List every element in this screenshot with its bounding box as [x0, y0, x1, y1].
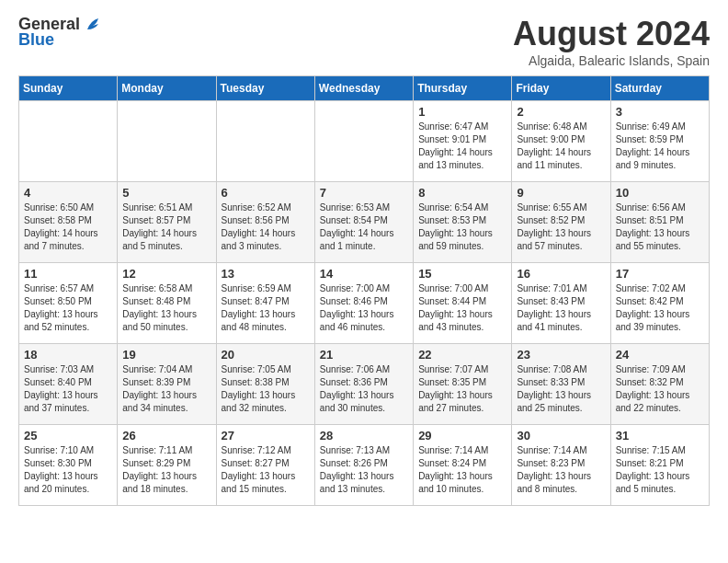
- calendar-cell: 24Sunrise: 7:09 AM Sunset: 8:32 PM Dayli…: [610, 344, 709, 425]
- calendar-week-row: 1Sunrise: 6:47 AM Sunset: 9:01 PM Daylig…: [19, 101, 710, 182]
- calendar-cell: 11Sunrise: 6:57 AM Sunset: 8:50 PM Dayli…: [19, 263, 118, 344]
- cell-content: Sunrise: 6:49 AM Sunset: 8:59 PM Dayligh…: [616, 121, 704, 172]
- day-number: 25: [24, 429, 112, 442]
- cell-content: Sunrise: 7:15 AM Sunset: 8:21 PM Dayligh…: [616, 444, 704, 496]
- day-number: 11: [24, 267, 112, 281]
- header-wednesday: Wednesday: [314, 76, 413, 101]
- cell-content: Sunrise: 7:08 AM Sunset: 8:33 PM Dayligh…: [517, 363, 605, 415]
- cell-content: Sunrise: 7:10 AM Sunset: 8:30 PM Dayligh…: [24, 444, 112, 496]
- cell-content: Sunrise: 7:01 AM Sunset: 8:43 PM Dayligh…: [517, 282, 605, 334]
- calendar-cell: 27Sunrise: 7:12 AM Sunset: 8:27 PM Dayli…: [216, 425, 314, 506]
- calendar-cell: 14Sunrise: 7:00 AM Sunset: 8:46 PM Dayli…: [314, 263, 413, 344]
- day-number: 19: [122, 348, 210, 362]
- cell-content: Sunrise: 6:48 AM Sunset: 9:00 PM Dayligh…: [517, 121, 605, 172]
- day-number: 20: [222, 348, 310, 362]
- cell-content: Sunrise: 7:00 AM Sunset: 8:44 PM Dayligh…: [418, 282, 506, 334]
- cell-content: Sunrise: 6:51 AM Sunset: 8:57 PM Dayligh…: [122, 201, 210, 253]
- cell-content: Sunrise: 6:47 AM Sunset: 9:01 PM Dayligh…: [418, 121, 506, 172]
- day-number: 31: [616, 429, 704, 442]
- calendar-cell: 23Sunrise: 7:08 AM Sunset: 8:33 PM Dayli…: [512, 344, 610, 425]
- cell-content: Sunrise: 6:50 AM Sunset: 8:58 PM Dayligh…: [24, 201, 112, 253]
- cell-content: Sunrise: 7:06 AM Sunset: 8:36 PM Dayligh…: [320, 363, 408, 415]
- cell-content: Sunrise: 7:12 AM Sunset: 8:27 PM Dayligh…: [222, 444, 310, 496]
- calendar-cell: 15Sunrise: 7:00 AM Sunset: 8:44 PM Dayli…: [414, 263, 512, 344]
- cell-content: Sunrise: 7:09 AM Sunset: 8:32 PM Dayligh…: [616, 363, 704, 415]
- calendar-cell: 30Sunrise: 7:14 AM Sunset: 8:23 PM Dayli…: [512, 425, 610, 506]
- calendar-cell: 20Sunrise: 7:05 AM Sunset: 8:38 PM Dayli…: [216, 344, 314, 425]
- calendar-cell: [118, 101, 216, 182]
- cell-content: Sunrise: 6:58 AM Sunset: 8:48 PM Dayligh…: [122, 282, 210, 334]
- cell-content: Sunrise: 6:52 AM Sunset: 8:56 PM Dayligh…: [222, 201, 310, 253]
- calendar-cell: 29Sunrise: 7:14 AM Sunset: 8:24 PM Dayli…: [414, 425, 512, 506]
- cell-content: Sunrise: 6:54 AM Sunset: 8:53 PM Dayligh…: [418, 201, 506, 253]
- month-year-title: August 2024: [513, 15, 710, 53]
- location-subtitle: Algaida, Balearic Islands, Spain: [513, 53, 710, 68]
- header-thursday: Thursday: [414, 76, 512, 101]
- cell-content: Sunrise: 7:11 AM Sunset: 8:29 PM Dayligh…: [122, 444, 210, 496]
- day-number: 15: [418, 267, 506, 281]
- calendar-week-row: 11Sunrise: 6:57 AM Sunset: 8:50 PM Dayli…: [19, 263, 710, 344]
- logo-blue-text: Blue: [18, 30, 54, 50]
- header-monday: Monday: [118, 76, 216, 101]
- logo-bird-icon: [84, 17, 104, 33]
- day-number: 29: [418, 429, 506, 442]
- day-number: 16: [517, 267, 605, 281]
- day-number: 9: [517, 186, 605, 200]
- day-number: 5: [122, 186, 210, 200]
- calendar-cell: [314, 101, 413, 182]
- calendar-cell: 19Sunrise: 7:04 AM Sunset: 8:39 PM Dayli…: [118, 344, 216, 425]
- calendar-cell: 8Sunrise: 6:54 AM Sunset: 8:53 PM Daylig…: [414, 182, 512, 263]
- cell-content: Sunrise: 7:14 AM Sunset: 8:24 PM Dayligh…: [418, 444, 506, 496]
- day-number: 18: [24, 348, 112, 362]
- calendar-cell: 3Sunrise: 6:49 AM Sunset: 8:59 PM Daylig…: [610, 101, 709, 182]
- logo: General Blue: [18, 15, 104, 50]
- calendar-cell: 12Sunrise: 6:58 AM Sunset: 8:48 PM Dayli…: [118, 263, 216, 344]
- calendar-cell: 13Sunrise: 6:59 AM Sunset: 8:47 PM Dayli…: [216, 263, 314, 344]
- cell-content: Sunrise: 6:55 AM Sunset: 8:52 PM Dayligh…: [517, 201, 605, 253]
- calendar-cell: 16Sunrise: 7:01 AM Sunset: 8:43 PM Dayli…: [512, 263, 610, 344]
- cell-content: Sunrise: 7:07 AM Sunset: 8:35 PM Dayligh…: [418, 363, 506, 415]
- day-number: 17: [616, 267, 704, 281]
- calendar-cell: 5Sunrise: 6:51 AM Sunset: 8:57 PM Daylig…: [118, 182, 216, 263]
- header-sunday: Sunday: [19, 76, 118, 101]
- day-number: 24: [616, 348, 704, 362]
- calendar-cell: 25Sunrise: 7:10 AM Sunset: 8:30 PM Dayli…: [19, 425, 118, 506]
- calendar-cell: 7Sunrise: 6:53 AM Sunset: 8:54 PM Daylig…: [314, 182, 413, 263]
- cell-content: Sunrise: 7:14 AM Sunset: 8:23 PM Dayligh…: [517, 444, 605, 496]
- calendar-cell: 2Sunrise: 6:48 AM Sunset: 9:00 PM Daylig…: [512, 101, 610, 182]
- day-number: 2: [517, 105, 605, 119]
- day-number: 10: [616, 186, 704, 200]
- day-number: 28: [320, 429, 408, 442]
- cell-content: Sunrise: 7:04 AM Sunset: 8:39 PM Dayligh…: [122, 363, 210, 415]
- cell-content: Sunrise: 7:02 AM Sunset: 8:42 PM Dayligh…: [616, 282, 704, 334]
- calendar-cell: 18Sunrise: 7:03 AM Sunset: 8:40 PM Dayli…: [19, 344, 118, 425]
- calendar-table: SundayMondayTuesdayWednesdayThursdayFrid…: [18, 75, 710, 506]
- day-number: 7: [320, 186, 408, 200]
- calendar-cell: 26Sunrise: 7:11 AM Sunset: 8:29 PM Dayli…: [118, 425, 216, 506]
- cell-content: Sunrise: 6:56 AM Sunset: 8:51 PM Dayligh…: [616, 201, 704, 253]
- header-saturday: Saturday: [610, 76, 709, 101]
- calendar-cell: 9Sunrise: 6:55 AM Sunset: 8:52 PM Daylig…: [512, 182, 610, 263]
- calendar-week-row: 18Sunrise: 7:03 AM Sunset: 8:40 PM Dayli…: [19, 344, 710, 425]
- calendar-cell: 21Sunrise: 7:06 AM Sunset: 8:36 PM Dayli…: [314, 344, 413, 425]
- day-number: 12: [122, 267, 210, 281]
- calendar-cell: 1Sunrise: 6:47 AM Sunset: 9:01 PM Daylig…: [414, 101, 512, 182]
- cell-content: Sunrise: 6:57 AM Sunset: 8:50 PM Dayligh…: [24, 282, 112, 334]
- title-block: August 2024 Algaida, Balearic Islands, S…: [513, 15, 710, 68]
- calendar-cell: 31Sunrise: 7:15 AM Sunset: 8:21 PM Dayli…: [610, 425, 709, 506]
- cell-content: Sunrise: 7:13 AM Sunset: 8:26 PM Dayligh…: [320, 444, 408, 496]
- calendar-header-row: SundayMondayTuesdayWednesdayThursdayFrid…: [19, 76, 710, 101]
- calendar-week-row: 25Sunrise: 7:10 AM Sunset: 8:30 PM Dayli…: [19, 425, 710, 506]
- calendar-cell: 17Sunrise: 7:02 AM Sunset: 8:42 PM Dayli…: [610, 263, 709, 344]
- cell-content: Sunrise: 7:00 AM Sunset: 8:46 PM Dayligh…: [320, 282, 408, 334]
- day-number: 3: [616, 105, 704, 119]
- calendar-cell: 22Sunrise: 7:07 AM Sunset: 8:35 PM Dayli…: [414, 344, 512, 425]
- header-tuesday: Tuesday: [216, 76, 314, 101]
- day-number: 26: [122, 429, 210, 442]
- cell-content: Sunrise: 7:03 AM Sunset: 8:40 PM Dayligh…: [24, 363, 112, 415]
- calendar-cell: 28Sunrise: 7:13 AM Sunset: 8:26 PM Dayli…: [314, 425, 413, 506]
- day-number: 14: [320, 267, 408, 281]
- calendar-cell: [19, 101, 118, 182]
- calendar-cell: 10Sunrise: 6:56 AM Sunset: 8:51 PM Dayli…: [610, 182, 709, 263]
- calendar-cell: 4Sunrise: 6:50 AM Sunset: 8:58 PM Daylig…: [19, 182, 118, 263]
